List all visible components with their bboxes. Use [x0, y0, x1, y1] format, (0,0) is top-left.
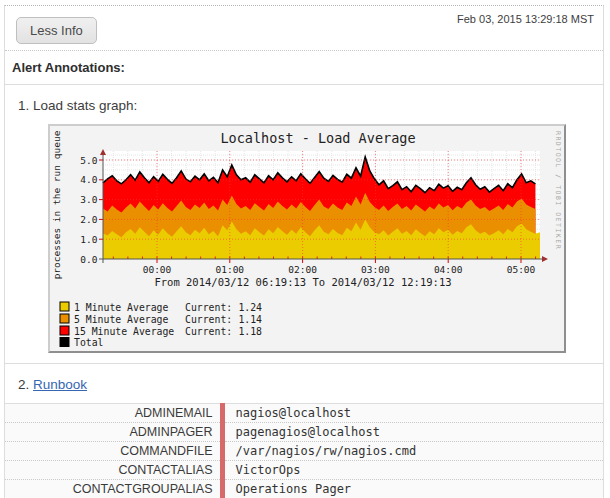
- svg-text:04:00: 04:00: [434, 264, 463, 275]
- load-graph-panel: 0.01.02.03.04.05.000:0001:0002:0003:0004…: [48, 124, 566, 353]
- table-row: ADMINPAGERpagenagios@localhost: [5, 423, 603, 442]
- svg-text:1.18: 1.18: [238, 326, 262, 337]
- svg-text:01:00: 01:00: [215, 264, 244, 275]
- value-cell: VictorOps: [222, 461, 603, 480]
- annotation-item-1-label: 1. Load stats graph:: [5, 85, 603, 114]
- runbook-link[interactable]: Runbook: [33, 377, 87, 392]
- incident-detail-panel: Less Info Feb 03, 2015 13:29:18 MST Aler…: [4, 5, 604, 498]
- svg-text:Current:: Current:: [185, 314, 232, 325]
- timestamp: Feb 03, 2015 13:29:18 MST: [457, 13, 594, 25]
- svg-text:1 Minute Average: 1 Minute Average: [74, 302, 168, 313]
- svg-text:1.14: 1.14: [238, 314, 262, 325]
- svg-text:5.0: 5.0: [80, 155, 97, 166]
- table-row: ADMINEMAILnagios@localhost: [5, 404, 603, 423]
- svg-text:2.0: 2.0: [80, 214, 97, 225]
- svg-text:3.0: 3.0: [80, 194, 97, 205]
- details-table: ADMINEMAILnagios@localhostADMINPAGERpage…: [5, 403, 603, 498]
- svg-text:02:00: 02:00: [288, 264, 317, 275]
- annotation-item-2-prefix: 2.: [18, 377, 29, 392]
- table-row: CONTACTALIASVictorOps: [5, 461, 603, 480]
- header: Less Info Feb 03, 2015 13:29:18 MST: [5, 6, 603, 51]
- key-cell: ADMINEMAIL: [5, 404, 222, 423]
- details-table-body: ADMINEMAILnagios@localhostADMINPAGERpage…: [5, 404, 603, 498]
- svg-text:0.0: 0.0: [80, 254, 97, 265]
- value-cell: pagenagios@localhost: [222, 423, 603, 442]
- svg-text:15 Minute Average: 15 Minute Average: [74, 326, 174, 337]
- key-cell: COMMANDFILE: [5, 442, 222, 461]
- key-cell: CONTACTALIAS: [5, 461, 222, 480]
- svg-text:From 2014/03/12 06:19:13 To 20: From 2014/03/12 06:19:13 To 2014/03/12 1…: [154, 276, 451, 288]
- svg-text:5 Minute Average: 5 Minute Average: [74, 314, 168, 325]
- svg-text:Current:: Current:: [185, 326, 232, 337]
- svg-text:4.0: 4.0: [80, 174, 97, 185]
- svg-text:Total: Total: [74, 337, 104, 348]
- svg-text:Current:: Current:: [185, 302, 232, 313]
- svg-text:05:00: 05:00: [507, 264, 536, 275]
- value-cell: /var/nagios/rw/nagios.cmd: [222, 442, 603, 461]
- svg-text:03:00: 03:00: [361, 264, 390, 275]
- alert-annotations-title: Alert Annotations:: [5, 51, 603, 85]
- value-cell: Operations Pager: [222, 480, 603, 498]
- svg-text:processes in the run queue: processes in the run queue: [51, 130, 62, 279]
- key-cell: ADMINPAGER: [5, 423, 222, 442]
- key-cell: CONTACTGROUPALIAS: [5, 480, 222, 498]
- svg-text:Localhost - Load Average: Localhost - Load Average: [220, 130, 415, 146]
- svg-text:1.24: 1.24: [238, 302, 262, 313]
- load-average-graph: 0.01.02.03.04.05.000:0001:0002:0003:0004…: [50, 126, 564, 351]
- svg-text:00:00: 00:00: [143, 264, 172, 275]
- annotation-item-2: 2. Runbook: [5, 364, 603, 403]
- less-info-button[interactable]: Less Info: [16, 17, 97, 44]
- svg-text:1.0: 1.0: [80, 234, 97, 245]
- value-cell: nagios@localhost: [222, 404, 603, 423]
- svg-text:RRDTOOL / TOBI OETIKER: RRDTOOL / TOBI OETIKER: [554, 131, 562, 250]
- table-row: COMMANDFILE/var/nagios/rw/nagios.cmd: [5, 442, 603, 461]
- table-row: CONTACTGROUPALIASOperations Pager: [5, 480, 603, 498]
